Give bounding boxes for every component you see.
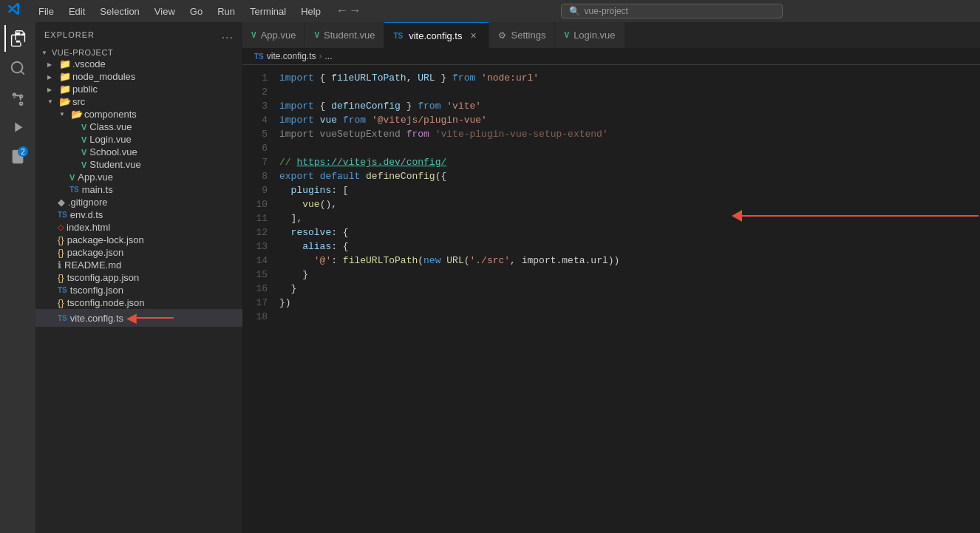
back-button[interactable]: ← <box>338 4 346 18</box>
sidebar-item-package-lock-json[interactable]: {} package-lock.json <box>35 234 242 246</box>
tab-login-vue[interactable]: V Login.vue <box>555 22 625 48</box>
red-arrow-line-sidebar <box>137 317 174 319</box>
code-line-10: vue (), <box>279 197 950 211</box>
sidebar-item-app-vue[interactable]: V App.vue <box>35 171 242 183</box>
line-num-10: 10 <box>242 197 268 211</box>
sidebar-item-class-vue[interactable]: V Class.vue <box>35 120 242 133</box>
extensions-icon[interactable]: 2 <box>4 143 31 170</box>
sidebar-item-package-json[interactable]: {} package.json <box>35 246 242 259</box>
tab-close-button[interactable]: × <box>466 29 480 42</box>
class-vue-label: Class.vue <box>89 121 132 132</box>
line-num-8: 8 <box>242 169 268 183</box>
menu-run[interactable]: Run <box>211 4 241 18</box>
sidebar-item-vite-config-ts[interactable]: TS vite.config.ts ◀ <box>35 309 242 327</box>
token-indent: } <box>279 268 308 282</box>
sidebar-item-tsconfig-node-json[interactable]: {} tsconfig.node.json <box>35 296 242 309</box>
line-num-1: 1 <box>242 71 268 85</box>
sidebar-item-readme-md[interactable]: ℹ README.md <box>35 259 242 271</box>
sidebar-item-tsconfig-app-json[interactable]: {} tsconfig.app.json <box>35 271 242 284</box>
tsconfig-json-label: tsconfig.json <box>70 285 123 296</box>
token-alias: alias <box>302 240 331 254</box>
breadcrumb-separator: › <box>319 51 321 61</box>
sidebar-item-vscode[interactable]: 📁 .vscode <box>35 58 242 70</box>
token-brace2: } <box>401 99 418 113</box>
menu-help[interactable]: Help <box>295 4 327 18</box>
token-str-vite: 'vite' <box>446 99 481 113</box>
forward-button[interactable]: → <box>351 4 358 18</box>
line-num-13: 13 <box>242 240 268 254</box>
tsconfig-app-json-label: tsconfig.app.json <box>67 272 140 283</box>
tab-student-vue[interactable]: V Student.vue <box>305 22 384 48</box>
sidebar-item-components[interactable]: 📂 components <box>35 108 242 120</box>
sidebar-item-main-ts[interactable]: TS main.ts <box>35 183 242 196</box>
vue-icon: V <box>69 173 75 182</box>
token-URL-fn: URL <box>446 254 463 268</box>
token-indent: } <box>279 282 296 296</box>
token-defineConfig: defineConfig <box>331 99 401 113</box>
code-line-18 <box>279 310 950 324</box>
folder-icon: 📁 <box>58 58 72 69</box>
menu-file[interactable]: File <box>33 4 60 18</box>
login-vue-label: Login.vue <box>89 134 131 145</box>
token-plugins: plugins <box>291 183 332 197</box>
search-activity-icon[interactable] <box>4 55 31 81</box>
sidebar-item-env-d-ts[interactable]: TS env.d.ts <box>35 208 242 221</box>
token-vue: vue <box>320 113 337 127</box>
sidebar-item-login-vue[interactable]: V Login.vue <box>35 133 242 146</box>
tab-settings[interactable]: ⚙ Settings <box>489 22 555 48</box>
sidebar-item-school-vue[interactable]: V School.vue <box>35 146 242 158</box>
json-icon: {} <box>58 234 64 245</box>
menu-terminal[interactable]: Terminal <box>244 4 292 18</box>
sidebar-more-button[interactable]: ... <box>222 28 234 41</box>
vscode-label: .vscode <box>72 58 106 69</box>
tab-vite-config-ts[interactable]: TS vite.config.ts × <box>384 22 489 48</box>
token-space <box>440 99 446 113</box>
token-from: from <box>452 71 475 85</box>
token-space-url <box>440 254 446 268</box>
token-indent <box>279 197 302 211</box>
sidebar-item-index-html[interactable]: ◇ index.html <box>35 221 242 234</box>
menu-view[interactable]: View <box>149 4 181 18</box>
token-paren-url: ( <box>464 254 470 268</box>
run-debug-icon[interactable] <box>4 114 31 140</box>
node-modules-label: node_modules <box>72 71 135 82</box>
explorer-icon[interactable] <box>4 25 31 52</box>
sidebar-item-gitignore[interactable]: ◆ .gitignore <box>35 196 242 208</box>
sidebar-item-student-vue[interactable]: V Student.vue <box>35 158 242 171</box>
token-brace: { <box>314 71 331 85</box>
ts-icon: TS <box>69 186 79 194</box>
search-box[interactable]: 🔍 vue-project <box>561 4 783 18</box>
line-num-2: 2 <box>242 85 268 99</box>
json-icon: {} <box>58 297 64 308</box>
token-from-unused: from <box>406 127 429 141</box>
source-control-icon[interactable] <box>4 84 31 111</box>
public-arrow <box>47 85 58 93</box>
tab-app-vue[interactable]: V App.vue <box>242 22 305 48</box>
vue-icon: V <box>81 160 86 169</box>
menu-selection[interactable]: Selection <box>94 4 145 18</box>
git-icon: ◆ <box>58 197 65 208</box>
project-root[interactable]: VUE-PROJECT <box>35 47 242 58</box>
sidebar-item-node-modules[interactable]: 📁 node_modules <box>35 70 242 83</box>
token-space <box>314 169 320 183</box>
src-arrow <box>47 98 58 105</box>
sidebar-item-src[interactable]: 📂 src <box>35 95 242 108</box>
code-line-3: import { defineConfig } from 'vite' <box>279 99 950 113</box>
search-icon: 🔍 <box>569 6 580 16</box>
project-arrow <box>41 50 52 56</box>
breadcrumb-filename[interactable]: vite.config.ts <box>267 51 316 61</box>
sidebar-item-tsconfig-json[interactable]: TS tsconfig.json <box>35 284 242 296</box>
token-import: import <box>279 99 314 113</box>
menu-go[interactable]: Go <box>184 4 208 18</box>
vue-tab-icon: V <box>314 31 319 39</box>
sidebar-item-public[interactable]: 📁 public <box>35 83 242 95</box>
token-str-plugin-vue: '@vitejs/plugin-vue' <box>372 113 487 127</box>
code-line-9: plugins : [ <box>279 183 950 197</box>
node-modules-arrow <box>47 72 58 81</box>
line-num-7: 7 <box>242 155 268 169</box>
menu-edit[interactable]: Edit <box>63 4 91 18</box>
breadcrumb-ellipsis[interactable]: ... <box>324 51 332 61</box>
token-space3 <box>366 113 372 127</box>
code-editor[interactable]: 1 2 3 4 5 6 7 8 9 10 11 12 13 14 15 16 1… <box>242 65 980 533</box>
json-icon: {} <box>58 247 64 258</box>
